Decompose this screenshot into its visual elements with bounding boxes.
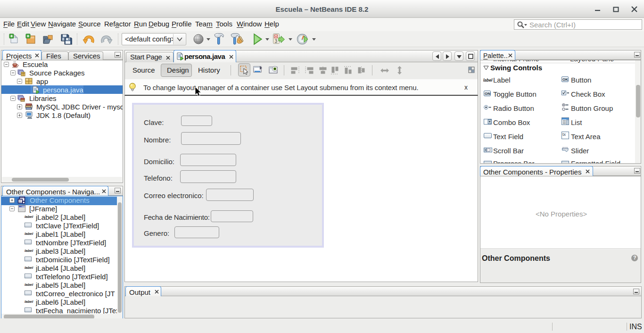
svg-text:label: label [483,78,493,83]
svg-text:3: 3 [275,39,278,44]
